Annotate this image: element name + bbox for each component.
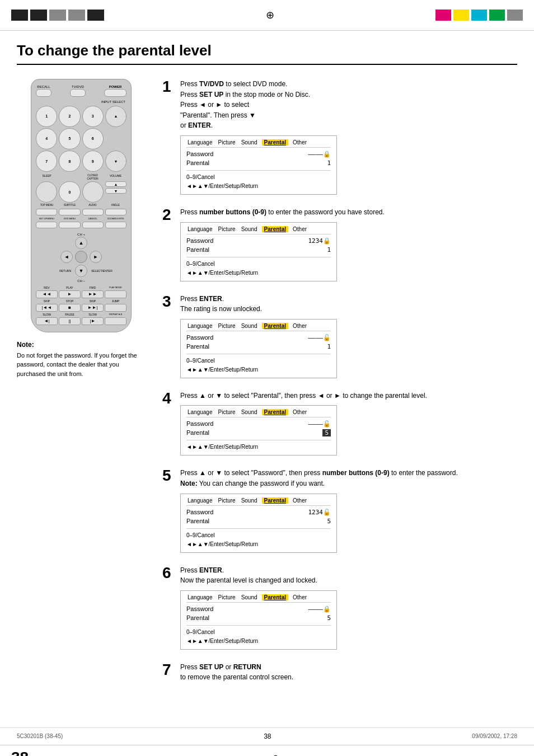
step-1-footer: 0–9/Cancel◄►▲▼/Enter/Setup/Return — [186, 170, 331, 191]
tab-parental-5[interactable]: Parental — [262, 497, 288, 504]
step-4-password-row: Password ————🔓 — [186, 420, 331, 428]
sleep-label: SLEEP — [36, 174, 58, 180]
bar-block-3 — [49, 10, 66, 21]
step-2-number: 2 — [162, 207, 175, 281]
step-4-number: 4 — [162, 391, 175, 456]
skip-back-btn[interactable]: |◄◄ — [36, 304, 58, 312]
zoom-rtn-btn[interactable] — [105, 222, 127, 228]
btn-7[interactable]: 7 — [36, 151, 57, 172]
step-5-number: 5 — [162, 468, 175, 552]
note-section: Note: Do not forget the password. If you… — [17, 341, 146, 379]
step-7-content: Press SET UP or RETURN to remove the par… — [180, 662, 517, 687]
tab-other-3: Other — [292, 323, 308, 329]
tab-parental-6[interactable]: Parental — [262, 594, 288, 600]
btn-5[interactable]: 5 — [59, 128, 80, 149]
slow-back-label: SLOW — [36, 313, 58, 316]
recall-btn[interactable] — [36, 89, 51, 97]
fwd-btn[interactable]: ►► — [82, 290, 104, 298]
play-mode-btn[interactable] — [105, 290, 127, 298]
tab-parental-4[interactable]: Parental — [262, 409, 288, 415]
rev-label: REV — [36, 286, 58, 289]
tab-other-5: Other — [292, 497, 308, 504]
btn-6[interactable]: 6 — [82, 128, 104, 149]
transport-btns-row-2: |◄◄ ■ ►►| — [36, 304, 127, 312]
rev-btn[interactable]: ◄◄ — [36, 290, 58, 298]
pause-btn[interactable]: || — [59, 317, 81, 325]
tab-picture-4: Picture — [217, 409, 237, 415]
stop-btn[interactable]: ■ — [59, 304, 81, 312]
remote-top-row: RECALL TV/DVD POWER — [36, 85, 127, 97]
step-5-content: Press ▲ or ▼ to select "Password", then … — [180, 468, 517, 552]
step-4-tabs: Language Picture Sound Parental Other — [186, 409, 331, 417]
tab-other-4: Other — [292, 409, 308, 415]
angle-label: ANGLE — [105, 204, 127, 206]
subtitle-btn[interactable] — [59, 209, 80, 215]
step-3-parental-row: Parental 1 — [186, 343, 331, 350]
btn-4[interactable]: 4 — [36, 128, 57, 149]
bar-block-1 — [11, 10, 28, 21]
recall-label: RECALL — [37, 85, 50, 89]
tab-parental-1[interactable]: Parental — [262, 139, 288, 145]
note-title: Note: — [17, 341, 146, 349]
vol-up-btn[interactable]: ▲ — [105, 181, 127, 187]
step-4-screen: Language Picture Sound Parental Other Pa… — [180, 405, 337, 456]
step-5-text: Press ▲ or ▼ to select "Password", then … — [180, 468, 517, 489]
cc-btn[interactable] — [82, 181, 104, 203]
step-1-text: Press TV/DVD to select DVD mode. Press S… — [180, 79, 517, 131]
btn-0[interactable]: 0 — [59, 181, 80, 203]
slow-fwd-btn[interactable]: |► — [82, 317, 104, 325]
btn-2[interactable]: 2 — [59, 106, 80, 127]
step-2-password-row: Password 1234🔒 — [186, 237, 331, 245]
step-6-password-row: Password ————🔒 — [186, 605, 331, 613]
step-4-parental-row: Parental 5 — [186, 429, 331, 436]
remote-container: RECALL TV/DVD POWER INPUT SEL — [17, 79, 146, 332]
step-1-tabs: Language Picture Sound Parental Other — [186, 139, 331, 148]
transport-btns-row-3: ◄| || |► — [36, 317, 127, 325]
btn-1[interactable]: 1 — [36, 106, 57, 127]
tab-other-1: Other — [292, 139, 308, 145]
top-menu-btn[interactable] — [36, 209, 57, 215]
tab-parental-3[interactable]: Parental — [262, 323, 288, 329]
btn-9[interactable]: 9 — [82, 151, 104, 172]
step-2-footer: 0–9/Cancel◄►▲▼/Enter/Setup/Return — [186, 257, 331, 278]
power-btn[interactable] — [104, 89, 127, 97]
play-mode-label: PLAY MODE — [105, 286, 127, 289]
footer-date: 09/09/2002, 17:28 — [472, 733, 517, 739]
btn-arrow-down-right[interactable]: ▼ — [105, 151, 127, 172]
repeat-ab-btn[interactable] — [105, 317, 127, 325]
cancel-btn[interactable] — [82, 222, 104, 228]
remote-control: RECALL TV/DVD POWER INPUT SEL — [31, 79, 132, 332]
step-3-footer: 0–9/Cancel◄►▲▼/Enter/Setup/Return — [186, 354, 331, 374]
volume-label: VOLUME — [105, 174, 127, 180]
setup-menu-btn[interactable] — [36, 222, 57, 228]
nav-down-btn[interactable]: ▼ — [75, 265, 87, 277]
skip-fwd-btn[interactable]: ►►| — [82, 304, 104, 312]
nav-left-btn[interactable]: ◄ — [60, 251, 73, 263]
skip-fwd-label: SKIP — [82, 299, 104, 303]
transport-btns-row-1: ◄◄ ► ►► — [36, 290, 127, 298]
tab-picture-2: Picture — [217, 226, 237, 232]
btn-8[interactable]: 8 — [59, 151, 80, 172]
slow-back-btn[interactable]: ◄| — [36, 317, 58, 325]
tab-language-1: Language — [186, 139, 214, 145]
audio-btn[interactable] — [82, 209, 104, 215]
step-1-parental-row: Parental 1 — [186, 159, 331, 167]
nav-up-btn[interactable]: ▲ — [75, 237, 87, 249]
angle-btn[interactable] — [105, 209, 127, 215]
step-6-number: 6 — [162, 565, 175, 650]
step-2: 2 Press number buttons (0-9) to enter th… — [162, 207, 517, 281]
tab-sound-6: Sound — [240, 594, 259, 600]
tvdvd-btn[interactable] — [70, 89, 86, 97]
tab-parental-2[interactable]: Parental — [262, 226, 288, 232]
step-5-screen: Language Picture Sound Parental Other Pa… — [180, 494, 337, 553]
vol-dn-btn[interactable]: ▼ — [105, 188, 127, 194]
closed-caption-label: CLOSED CAPTION — [82, 174, 104, 180]
btn-arrow-up-right[interactable]: ▲ — [105, 106, 127, 127]
btn-3[interactable]: 3 — [82, 106, 104, 127]
color-block-magenta — [435, 10, 451, 21]
nav-right-btn[interactable]: ► — [90, 251, 102, 263]
dvd-menu-btn[interactable] — [59, 222, 80, 228]
play-btn[interactable]: ► — [59, 290, 81, 298]
jump-btn[interactable] — [105, 304, 127, 312]
sleep-btn[interactable] — [36, 181, 57, 203]
